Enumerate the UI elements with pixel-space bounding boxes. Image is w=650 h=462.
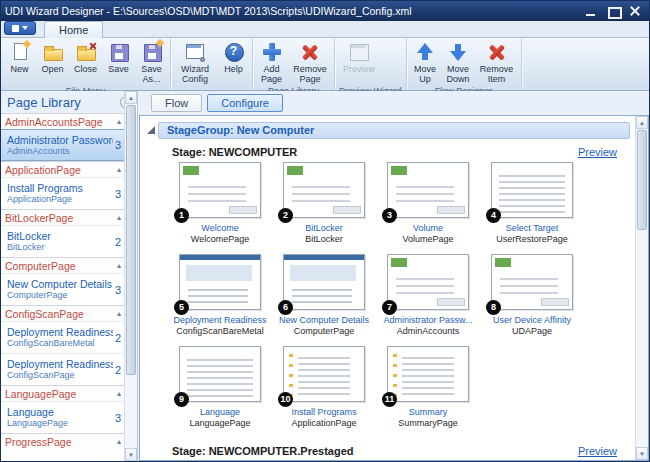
help-icon (223, 41, 245, 63)
close-button[interactable] (627, 5, 643, 18)
page-thumbnail: 2 (283, 162, 365, 218)
page-card[interactable]: 1 Welcome WelcomePage (172, 162, 268, 245)
preview-button[interactable]: Preview (337, 40, 381, 86)
ribbon-tab-home[interactable]: Home (44, 21, 103, 38)
ribbon-tab-strip: Home (1, 21, 649, 38)
content-scrollbar[interactable]: ▲ ▼ (635, 116, 648, 460)
new-document-icon (9, 41, 31, 63)
sidebar-item-language[interactable]: Language LanguagePage 3 (1, 401, 124, 433)
application-menu-button[interactable] (4, 21, 36, 35)
new-button[interactable]: New (3, 40, 36, 86)
move-up-icon (414, 41, 436, 63)
sidebar-group-adminaccountspage[interactable]: AdminAccountsPage ▴ (1, 113, 124, 129)
page-card[interactable]: 8 User Device Affinity UDAPage (484, 254, 580, 337)
sidebar-group-applicationpage[interactable]: ApplicationPage ▴ (1, 161, 124, 177)
expander-icon[interactable] (147, 126, 155, 134)
sidebar-group-languagepage[interactable]: LanguagePage ▴ (1, 385, 124, 401)
configure-panel: StageGroup: New Computer Stage: NEWCOMPU… (139, 115, 649, 461)
page-thumbnail: 3 (387, 162, 469, 218)
app-icon (12, 25, 19, 32)
sidebar-item-bitlocker[interactable]: BitLocker BitLocker 2 (1, 225, 124, 257)
scrollbar-thumb[interactable] (126, 105, 136, 375)
chevron-down-icon (22, 26, 28, 30)
page-card[interactable]: 10 Install Programs ApplicationPage (276, 346, 372, 429)
title-bar: UDI Wizard Designer - E:\Sources\OSD\MDT… (1, 1, 649, 21)
sequence-badge: 8 (486, 300, 501, 315)
sidebar-group-computerpage[interactable]: ComputerPage ▴ (1, 257, 124, 273)
collapse-icon: ▴ (117, 114, 121, 129)
scrollbar-thumb[interactable] (637, 130, 647, 230)
close-file-button[interactable]: Close (69, 40, 102, 86)
maximize-button[interactable] (605, 5, 621, 18)
page-library-list: AdminAccountsPage ▴ Administrator Passwo… (1, 113, 124, 461)
sequence-badge: 2 (278, 208, 293, 223)
page-thumbnail: 6 (283, 254, 365, 310)
tab-flow[interactable]: Flow (151, 94, 202, 112)
page-thumbnail: 11 (387, 346, 469, 402)
page-thumbnail: 9 (179, 346, 261, 402)
tab-configure[interactable]: Configure (207, 94, 283, 112)
preview-window-icon (348, 41, 370, 63)
remove-item-button[interactable]: Remove Item (475, 40, 519, 86)
open-button[interactable]: Open (36, 40, 69, 86)
app-window: UDI Wizard Designer - E:\Sources\OSD\MDT… (0, 0, 650, 462)
page-card[interactable]: 6 New Computer Details ComputerPage (276, 254, 372, 337)
ribbon-group-file-menu: New Open Close Save Save As... (1, 38, 171, 90)
page-thumbnail: 10 (283, 346, 365, 402)
scroll-up-icon[interactable]: ▲ (125, 91, 137, 104)
stage-preview-link[interactable]: Preview (578, 146, 617, 158)
ribbon-group-flow-designer: Move Up Move Down Remove Item Flow Desig… (407, 38, 522, 90)
collapse-icon: ▴ (117, 434, 121, 449)
ribbon-group-page-library: Add Page Remove Page Page Library (253, 38, 335, 90)
page-card[interactable]: 7 Administrator Passw... AdminAccounts (380, 254, 476, 337)
stage-preview-link[interactable]: Preview (578, 445, 617, 457)
page-card[interactable]: 9 Language LanguagePage (172, 346, 268, 429)
sidebar-group-bitlockerpage[interactable]: BitLockerPage ▴ (1, 209, 124, 225)
sidebar-item-install-programs[interactable]: Install Programs ApplicationPage 3 (1, 177, 124, 209)
sequence-badge: 6 (278, 300, 293, 315)
item-count: 2 (113, 332, 121, 344)
page-card[interactable]: 3 Volume VolumePage (380, 162, 476, 245)
item-count: 3 (113, 139, 121, 151)
sidebar-group-progresspage[interactable]: ProgressPage ▴ (1, 433, 124, 449)
sequence-badge: 10 (278, 392, 293, 407)
save-button[interactable]: Save (102, 40, 135, 86)
stage-group-header[interactable]: StageGroup: New Computer (158, 122, 630, 139)
ribbon: New Open Close Save Save As... (1, 38, 649, 91)
remove-page-icon (299, 41, 321, 63)
designer-main: Flow Configure StageGroup: New Computer … (138, 91, 649, 461)
help-button[interactable]: Help (217, 40, 250, 86)
move-down-button[interactable]: Move Down (442, 40, 475, 86)
designer-tab-strip: Flow Configure (138, 91, 649, 115)
wizard-config-button[interactable]: Wizard Config (173, 40, 217, 86)
collapse-icon: ▴ (117, 258, 121, 273)
sequence-badge: 9 (174, 392, 189, 407)
page-card[interactable]: 4 Select Target UserRestorePage (484, 162, 580, 245)
scroll-down-icon[interactable]: ▼ (636, 447, 648, 460)
save-as-button[interactable]: Save As... (135, 40, 168, 86)
page-card[interactable]: 11 Summary SummaryPage (380, 346, 476, 429)
page-thumbnail: 7 (387, 254, 469, 310)
sidebar-group-configscanpage[interactable]: ConfigScanPage ▴ (1, 305, 124, 321)
page-thumbnail: 4 (491, 162, 573, 218)
open-folder-icon (42, 41, 64, 63)
collapse-icon: ▴ (117, 306, 121, 321)
collapse-icon: ▴ (117, 162, 121, 177)
sequence-badge: 3 (382, 208, 397, 223)
sidebar-item-deployment-readiness-baremetal[interactable]: Deployment Readiness ConfigScanBareMetal… (1, 321, 124, 353)
sidebar-item-new-computer-details[interactable]: New Computer Details ComputerPage 3 (1, 273, 124, 305)
page-card[interactable]: 2 BitLocker BitLocker (276, 162, 372, 245)
close-folder-icon (75, 41, 97, 63)
sidebar-scrollbar[interactable]: ▲ ▼ (124, 91, 137, 461)
minimize-button[interactable] (583, 5, 599, 18)
scroll-down-icon[interactable]: ▼ (125, 448, 137, 461)
item-count: 3 (113, 284, 121, 296)
save-as-icon (141, 41, 163, 63)
add-page-button[interactable]: Add Page (255, 40, 288, 86)
move-up-button[interactable]: Move Up (409, 40, 442, 86)
sidebar-item-administrator-password[interactable]: Administrator Password AdminAccounts 3 (1, 129, 124, 161)
page-card[interactable]: 5 Deployment Readiness ConfigScanBareMet… (172, 254, 268, 337)
remove-page-button[interactable]: Remove Page (288, 40, 332, 86)
sidebar-item-deployment-readiness[interactable]: Deployment Readiness ConfigScanPage 2 (1, 353, 124, 385)
scroll-up-icon[interactable]: ▲ (636, 116, 648, 129)
